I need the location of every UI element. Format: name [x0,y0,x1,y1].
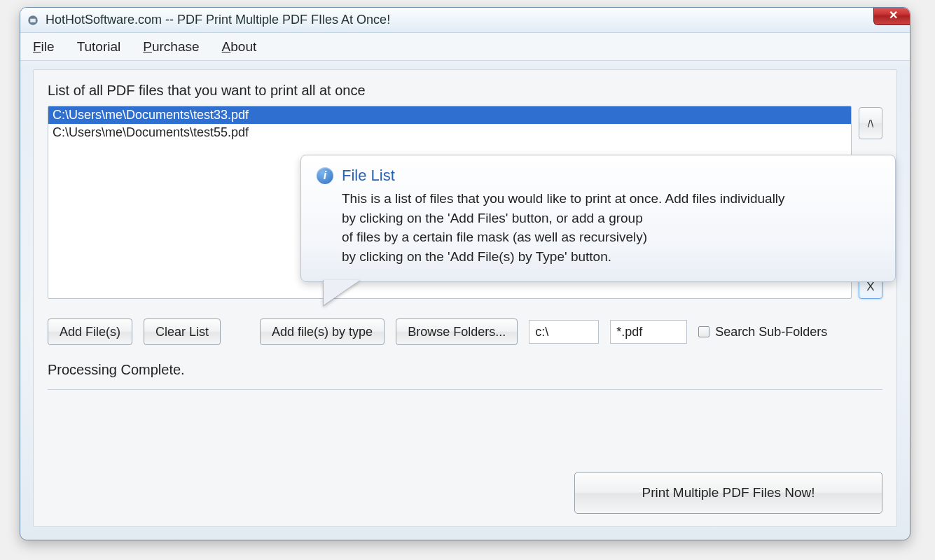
list-item[interactable]: C:\Users\me\Documents\test55.pdf [48,124,851,141]
window-title: HotHotSoftware.com -- PDF Print Multiple… [46,13,390,27]
checkbox-icon [698,326,709,337]
menu-purchase[interactable]: Purchase [143,39,199,55]
file-list-label: List of all PDF files that you want to p… [48,83,882,99]
app-icon [26,13,40,27]
app-window: HotHotSoftware.com -- PDF Print Multiple… [20,7,910,540]
tooltip-title: File List [342,167,395,185]
close-icon: ✕ [889,8,898,22]
content-panel: List of all PDF files that you want to p… [33,69,897,527]
browse-folders-button[interactable]: Browse Folders... [396,318,518,345]
search-subfolders-label: Search Sub-Folders [715,325,827,340]
print-now-button[interactable]: Print Multiple PDF Files Now! [574,472,882,514]
move-up-button[interactable]: /\ [859,107,882,139]
close-button[interactable]: ✕ [873,7,910,25]
menu-about[interactable]: About [222,39,257,55]
add-files-by-type-button[interactable]: Add file(s) by type [260,318,385,345]
file-mask-input[interactable] [610,320,687,344]
title-bar[interactable]: HotHotSoftware.com -- PDF Print Multiple… [20,8,910,33]
tooltip-body: This is a list of files that you would l… [342,189,880,266]
add-files-button[interactable]: Add File(s) [48,318,132,345]
status-text: Processing Complete. [48,362,882,378]
clear-list-button[interactable]: Clear List [144,318,221,345]
tooltip-balloon: i File List This is a list of files that… [300,155,896,282]
menu-file[interactable]: File [33,39,55,55]
divider [48,389,882,390]
search-subfolders-checkbox[interactable]: Search Sub-Folders [698,325,827,340]
menu-tutorial[interactable]: Tutorial [77,39,121,55]
folder-path-input[interactable] [529,320,599,344]
list-item[interactable]: C:\Users\me\Documents\test33.pdf [48,106,851,124]
svg-rect-1 [30,18,36,22]
menu-bar: File Tutorial Purchase About [20,33,910,61]
info-icon: i [317,167,333,184]
